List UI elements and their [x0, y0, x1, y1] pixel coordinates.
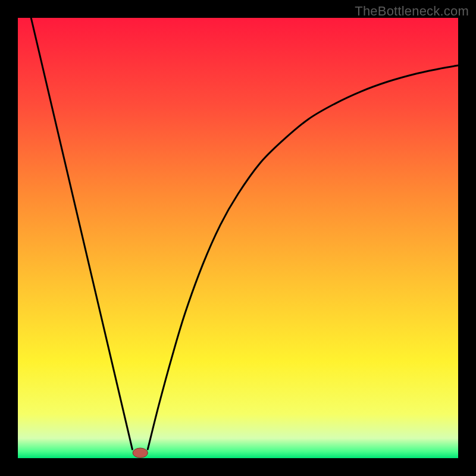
minimum-marker	[133, 448, 148, 458]
watermark-text: TheBottleneck.com	[355, 4, 469, 19]
plot-area	[18, 18, 458, 458]
chart-frame: TheBottleneck.com	[0, 0, 476, 476]
gradient-bg	[18, 18, 458, 458]
chart-svg	[18, 18, 458, 458]
